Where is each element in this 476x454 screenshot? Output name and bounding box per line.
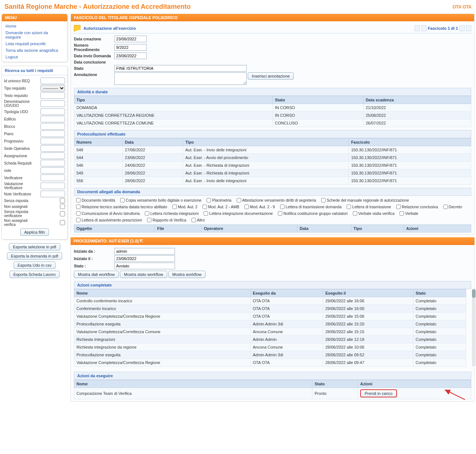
search-input[interactable] bbox=[40, 138, 65, 144]
fascicolo-head: FASCICOLO DEL TITOLARE OSPEDALE POLIEDRI… bbox=[71, 14, 474, 21]
search-label: Sede Operativa bbox=[4, 147, 39, 151]
doc-checkbox[interactable] bbox=[147, 218, 151, 222]
doc-checkbox[interactable] bbox=[192, 218, 196, 222]
table-cell: Completato bbox=[413, 313, 466, 320]
search-input[interactable] bbox=[40, 116, 65, 122]
search-input[interactable] bbox=[40, 123, 65, 130]
pager-next-icon[interactable] bbox=[459, 25, 465, 31]
pager-prev-icon[interactable] bbox=[421, 25, 426, 31]
table-cell: 150.30.130/2022/INF/871 bbox=[349, 146, 471, 154]
doc-checkbox[interactable] bbox=[396, 205, 401, 209]
doc-checkbox[interactable] bbox=[120, 198, 125, 202]
search-head: Ricerca su tutti i requisiti bbox=[2, 66, 67, 75]
search-label: Non assegnati verifica bbox=[4, 219, 39, 227]
menu-item[interactable]: Domande con azioni da eseguire bbox=[2, 29, 67, 40]
doc-checkbox[interactable] bbox=[280, 205, 284, 209]
todo-nome: Composizione Team di Verifica bbox=[74, 388, 312, 399]
doc-item: Lettera di trasmissione domanda bbox=[280, 205, 341, 209]
col-head[interactable]: File bbox=[155, 225, 201, 233]
section-title: Protocollazioni effettuate bbox=[74, 130, 471, 138]
table-cell: 28/06/2022 alle 09:47 bbox=[323, 359, 414, 367]
search-input[interactable] bbox=[40, 183, 65, 189]
menu-item[interactable]: Logout bbox=[2, 54, 67, 60]
doc-checkbox[interactable] bbox=[76, 211, 80, 216]
field-label: Iniziato il : bbox=[74, 256, 114, 261]
menu-item[interactable]: Home bbox=[2, 23, 67, 29]
doc-checkbox[interactable] bbox=[207, 198, 211, 202]
col-head[interactable]: Operatore bbox=[201, 225, 297, 233]
expand-icon[interactable]: ⇱ bbox=[140, 239, 143, 243]
search-input[interactable] bbox=[40, 191, 65, 197]
annotazione-textarea[interactable] bbox=[114, 72, 247, 85]
stato-input[interactable] bbox=[114, 65, 247, 72]
search-label: Scheda Requisiti bbox=[4, 161, 39, 165]
search-box: Ricerca su tutti i requisiti Id univoco … bbox=[1, 66, 68, 239]
workflow-button[interactable]: Mostra stato workflow bbox=[120, 271, 167, 278]
inserisci-annotazione-button[interactable]: Inserisci annotazione bbox=[248, 72, 294, 80]
workflow-button[interactable]: Mostra workflow bbox=[168, 271, 205, 278]
col-head[interactable]: Data bbox=[297, 225, 351, 233]
table-cell: Admin Admin 3di bbox=[250, 351, 323, 359]
col-head[interactable]: Oggetto bbox=[74, 225, 155, 233]
search-input[interactable] bbox=[40, 167, 65, 174]
doc-label: Comunicazione di Avvio Istruttoria bbox=[82, 211, 140, 216]
export-button[interactable]: Esporta Scheda Lavoro bbox=[10, 271, 60, 278]
col-head[interactable]: Tipo bbox=[351, 225, 404, 233]
search-checkbox[interactable] bbox=[60, 198, 65, 203]
doc-checkbox[interactable] bbox=[347, 205, 351, 209]
pager-last-icon[interactable] bbox=[466, 25, 471, 31]
search-label: Tipo requisito bbox=[4, 86, 39, 90]
search-checkbox[interactable] bbox=[60, 204, 65, 209]
doc-checkbox[interactable] bbox=[204, 211, 208, 216]
search-input[interactable] bbox=[40, 130, 65, 137]
search-input[interactable] bbox=[40, 108, 65, 115]
table-cell: Completato bbox=[413, 359, 466, 367]
doc-checkbox[interactable] bbox=[172, 205, 177, 209]
doc-checkbox[interactable] bbox=[321, 198, 326, 202]
data-creazione-input[interactable] bbox=[114, 36, 147, 42]
export-button[interactable]: Esporta Udo in csv bbox=[14, 262, 56, 269]
search-checkbox[interactable] bbox=[60, 211, 65, 216]
search-input[interactable] bbox=[40, 160, 65, 166]
doc-checkbox[interactable] bbox=[76, 218, 80, 222]
doc-checkbox[interactable] bbox=[244, 205, 249, 209]
col-head[interactable]: Azioni bbox=[404, 225, 471, 233]
search-select[interactable]: --------------- bbox=[40, 85, 65, 91]
export-button[interactable]: Esporta la domanda in pdf bbox=[7, 252, 62, 260]
pager-first-icon[interactable] bbox=[415, 25, 420, 31]
attivita-table: Tipo Stato Data scadenza DOMANDAIN CORSO… bbox=[74, 96, 471, 127]
protocoll-table: Numero Data Tipo Fascicolo 54827/06/2022… bbox=[74, 138, 471, 185]
data-invio-input[interactable] bbox=[114, 53, 147, 59]
search-input[interactable] bbox=[40, 145, 65, 152]
doc-checkbox[interactable] bbox=[145, 211, 149, 216]
apply-filters-button[interactable]: Applica filtri bbox=[20, 228, 49, 236]
doc-checkbox[interactable] bbox=[400, 211, 404, 216]
iniziato-da-input bbox=[114, 248, 175, 255]
search-input[interactable] bbox=[40, 92, 65, 99]
doc-checkbox[interactable] bbox=[353, 211, 357, 216]
pager-label: Fascicolo 1 di 1 bbox=[428, 26, 458, 30]
search-input[interactable] bbox=[40, 152, 65, 159]
export-button[interactable]: Esporta selezione in pdf bbox=[9, 243, 60, 251]
completed-table: Nome Eseguito da Eseguito il Stato Contr… bbox=[74, 289, 466, 367]
search-input[interactable] bbox=[40, 100, 65, 107]
doc-checkbox[interactable] bbox=[76, 205, 80, 209]
menu-item[interactable]: Torna alla sezione anagrafica bbox=[2, 47, 67, 54]
menu-item[interactable]: Lista requisiti prescritti bbox=[2, 40, 67, 47]
search-input[interactable] bbox=[40, 174, 65, 181]
scrollbar[interactable] bbox=[472, 289, 476, 367]
table-row: 55628/06/2022Aut. Eser. - Invio delle in… bbox=[74, 177, 471, 185]
proc-stato-input bbox=[114, 263, 175, 269]
doc-checkbox[interactable] bbox=[443, 205, 448, 209]
table-cell: Aut. Eser. - Richiesta di integrazioni bbox=[183, 169, 349, 177]
workflow-button[interactable]: Mostra dati workflow bbox=[74, 271, 119, 278]
search-input[interactable] bbox=[40, 78, 65, 84]
doc-checkbox[interactable] bbox=[237, 198, 241, 202]
doc-checkbox[interactable] bbox=[278, 211, 282, 216]
search-label: Valutazione Verificatore bbox=[4, 182, 39, 190]
doc-checkbox[interactable] bbox=[76, 198, 80, 202]
prendi-in-carico-button[interactable]: Prendi in carico bbox=[360, 389, 397, 397]
search-checkbox[interactable] bbox=[60, 220, 65, 225]
num-proc-input[interactable] bbox=[114, 44, 147, 51]
doc-checkbox[interactable] bbox=[203, 205, 207, 209]
